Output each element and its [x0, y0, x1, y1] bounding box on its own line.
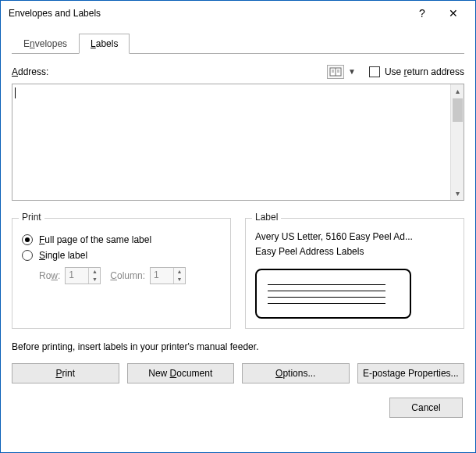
print-legend: Print	[19, 212, 44, 223]
cancel-button[interactable]: Cancel	[389, 398, 463, 418]
dialog-envelopes-labels: Envelopes and Labels ? ✕ Envelopes Label…	[0, 0, 476, 453]
scroll-thumb[interactable]	[453, 98, 463, 122]
scroll-down-icon[interactable]: ▾	[451, 187, 464, 200]
lower-panels: Print Full page of the same label Single…	[12, 218, 464, 329]
label-legend: Label	[252, 212, 281, 223]
titlebar: Envelopes and Labels ? ✕	[1, 1, 475, 26]
address-textarea[interactable]: ▴ ▾	[12, 84, 464, 201]
label-desc: Easy Peel Address Labels	[255, 244, 454, 259]
help-button[interactable]: ?	[407, 2, 438, 24]
print-button[interactable]: Print	[12, 363, 119, 383]
epostage-button[interactable]: E-postage Properties...	[357, 363, 465, 383]
button-row: Print New Document Options... E-postage …	[12, 363, 464, 383]
label-preview-icon	[255, 269, 411, 319]
tab-envelopes[interactable]: Envelopes	[12, 34, 79, 54]
radio-full-page[interactable]: Full page of the same label	[22, 234, 221, 245]
label-group[interactable]: Label Avery US Letter, 5160 Easy Peel Ad…	[245, 218, 464, 329]
radio-icon	[22, 234, 33, 245]
spin-up-icon: ▲	[89, 268, 100, 276]
spin-down-icon: ▼	[89, 276, 100, 284]
address-row: Address: ▼ Use return address	[12, 65, 464, 79]
dialog-content: Envelopes Labels Address: ▼	[1, 26, 475, 426]
label-product: Avery US Letter, 5160 Easy Peel Ad...	[255, 230, 454, 244]
address-book-dropdown-icon[interactable]: ▼	[346, 65, 358, 79]
address-book-icon[interactable]	[327, 65, 344, 79]
column-spinner: 1 ▲▼	[150, 267, 186, 284]
use-return-checkbox[interactable]	[369, 66, 380, 77]
use-return-label: Use return address	[385, 66, 464, 77]
hint-text: Before printing, insert labels in your p…	[12, 341, 464, 352]
scrollbar[interactable]: ▴ ▾	[450, 84, 464, 200]
close-button[interactable]: ✕	[438, 2, 469, 24]
scroll-up-icon[interactable]: ▴	[451, 84, 464, 98]
tab-labels[interactable]: Labels	[79, 34, 130, 54]
radio-single-label[interactable]: Single label	[22, 250, 221, 261]
address-label: Address:	[12, 66, 327, 77]
row-spinner: 1 ▲▼	[65, 267, 101, 284]
row-col-inputs: Row: 1 ▲▼ Column: 1 ▲▼	[39, 267, 221, 284]
new-document-button[interactable]: New Document	[127, 363, 235, 383]
bottom-row: Cancel	[12, 398, 464, 418]
tabstrip: Envelopes Labels	[12, 32, 464, 54]
options-button[interactable]: Options...	[242, 363, 350, 383]
text-cursor	[15, 87, 16, 98]
radio-icon	[22, 250, 33, 261]
print-group: Print Full page of the same label Single…	[12, 218, 231, 329]
spin-up-icon: ▲	[174, 268, 185, 276]
spin-down-icon: ▼	[174, 276, 185, 284]
col-label: Column:	[110, 270, 145, 281]
window-title: Envelopes and Labels	[9, 8, 407, 19]
row-label: Row:	[39, 270, 60, 281]
